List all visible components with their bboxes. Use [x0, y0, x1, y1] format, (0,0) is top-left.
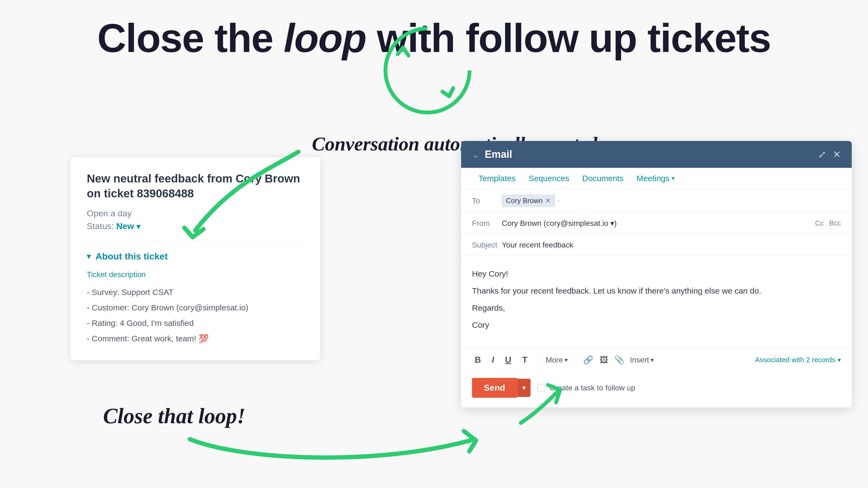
svg-point-0: [385, 29, 469, 112]
expand-icon[interactable]: ⤢: [818, 149, 826, 160]
email-body-line4: Cory: [472, 318, 841, 332]
from-label: From: [472, 219, 502, 228]
ticket-description-item: - Comment: Great work, team! 💯: [87, 331, 304, 346]
loop-circle-icon: [381, 24, 474, 117]
email-to-field: To Cory Brown ✕ ·: [461, 189, 852, 213]
paperclip-icon[interactable]: 📎: [614, 355, 624, 365]
toolbar-sep-2: [575, 356, 576, 364]
follow-up-checkbox-group[interactable]: Create a task to follow up: [537, 384, 635, 392]
email-footer: Send ▾ Create a task to follow up: [461, 371, 852, 408]
to-value: Cory Brown ✕ ·: [502, 195, 841, 207]
email-header-left: ⌄ Email: [472, 149, 512, 160]
send-dropdown-button[interactable]: ▾: [517, 379, 531, 397]
tab-meetings[interactable]: Meetings ▾: [630, 168, 681, 189]
subject-label: Subject: [472, 241, 502, 250]
cc-bcc-buttons: Cc Bcc: [815, 219, 841, 227]
email-nav-tabs: Templates Sequences Documents Meetings ▾: [461, 168, 852, 189]
ticket-status-label: Status:: [87, 221, 114, 231]
cc-button[interactable]: Cc: [815, 219, 824, 227]
email-collapse-icon[interactable]: ⌄: [472, 150, 479, 160]
email-header: ⌄ Email ⤢ ✕: [461, 141, 852, 168]
headline-loop: loop: [284, 16, 366, 61]
ticket-description-item: - Customer: Cory Brown (cory@simplesat.i…: [87, 300, 304, 315]
bold-button[interactable]: B: [472, 354, 484, 366]
ticket-status-line: Status: New ▾: [87, 221, 304, 231]
headline-prefix: Close the: [97, 16, 273, 61]
email-subject-field: Subject Your recent feedback: [461, 234, 852, 256]
email-panel: ⌄ Email ⤢ ✕ Templates Sequences Document…: [461, 141, 852, 408]
to-label: To: [472, 197, 502, 205]
associated-records-link[interactable]: Associated with 2 records ▾: [755, 356, 841, 364]
bcc-button[interactable]: Bcc: [829, 219, 841, 227]
from-value[interactable]: Cory Brown (cory@simplesat.io ▾): [502, 219, 815, 228]
main-headline: Close the loop with follow up tickets: [0, 16, 868, 61]
strikethrough-button[interactable]: T: [520, 354, 530, 366]
email-from-field: From Cory Brown (cory@simplesat.io ▾) Cc…: [461, 213, 852, 234]
email-body[interactable]: Hey Cory! Thanks for your recent feedbac…: [461, 256, 852, 348]
tab-sequences[interactable]: Sequences: [522, 168, 576, 189]
email-body-line2: Thanks for your recent feedback. Let us …: [472, 284, 841, 298]
ticket-description-item: - Survey: Support CSAT: [87, 284, 304, 300]
send-button-group: Send ▾: [472, 378, 531, 398]
email-header-icons: ⤢ ✕: [818, 149, 841, 160]
toolbar-attachment-icons: 🔗 🖼 📎: [583, 355, 624, 365]
image-icon[interactable]: 🖼: [600, 355, 608, 365]
tab-templates[interactable]: Templates: [472, 168, 522, 189]
email-panel-title: Email: [485, 149, 512, 160]
underline-button[interactable]: U: [502, 354, 514, 366]
bottom-text: Close that loop!: [103, 404, 246, 428]
toolbar-sep-1: [538, 356, 538, 364]
italic-button[interactable]: I: [489, 354, 497, 366]
ticket-description-item: - Rating: 4 Good, I'm satisfied: [87, 315, 304, 331]
ticket-title: New neutral feedback from Cory Brown on …: [87, 171, 304, 201]
chevron-icon: ▾: [87, 252, 91, 261]
to-recipient-tag[interactable]: Cory Brown ✕: [502, 195, 555, 207]
tab-documents[interactable]: Documents: [576, 168, 630, 189]
email-body-line3: Regards,: [472, 301, 841, 315]
more-button[interactable]: More ▾: [546, 356, 568, 364]
subject-value[interactable]: Your recent feedback: [502, 241, 841, 250]
ticket-status-value[interactable]: New ▾: [116, 221, 141, 231]
remove-recipient-icon[interactable]: ✕: [545, 197, 551, 205]
email-body-line1: Hey Cory!: [472, 267, 841, 281]
send-button[interactable]: Send: [472, 378, 517, 398]
link-icon[interactable]: 🔗: [583, 355, 593, 365]
follow-up-checkbox[interactable]: [537, 384, 545, 392]
about-ticket-label: About this ticket: [95, 251, 167, 262]
ticket-description-label: Ticket description: [87, 270, 304, 279]
insert-button[interactable]: Insert ▾: [630, 356, 654, 364]
close-icon[interactable]: ✕: [833, 149, 841, 160]
follow-up-label: Create a task to follow up: [550, 384, 635, 392]
ticket-open-since: Open a day: [87, 208, 304, 219]
about-ticket-header: ▾ About this ticket: [87, 251, 304, 262]
ticket-card: New neutral feedback from Cory Brown on …: [70, 157, 320, 360]
email-toolbar: B I U T More ▾ 🔗 🖼 📎 Insert ▾ Associated…: [461, 348, 852, 371]
ticket-description-list: - Survey: Support CSAT- Customer: Cory B…: [87, 284, 304, 346]
